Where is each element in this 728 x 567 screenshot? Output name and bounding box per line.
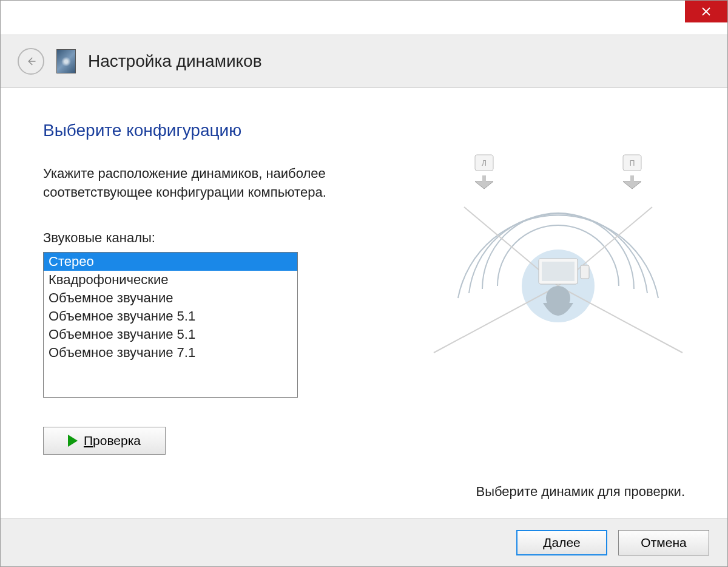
back-button[interactable] (18, 48, 44, 75)
wizard-header: Настройка динамиков (1, 35, 727, 88)
channel-option[interactable]: Объемное звучание (44, 289, 297, 307)
test-button[interactable]: Проверка (43, 427, 166, 455)
channel-option[interactable]: Объемное звучание 5.1 (44, 307, 297, 325)
svg-text:П: П (630, 159, 635, 168)
close-icon (702, 7, 710, 16)
play-icon (68, 435, 78, 447)
svg-text:Л: Л (482, 159, 487, 168)
svg-rect-17 (542, 262, 575, 281)
content-pane: Выберите конфигурацию Укажите расположен… (18, 104, 710, 512)
svg-rect-6 (482, 175, 486, 183)
diagram-right-speaker[interactable]: П (623, 155, 641, 189)
svg-rect-10 (630, 175, 634, 183)
channel-option[interactable]: Объемное звучание 7.1 (44, 344, 297, 362)
wizard-title: Настройка динамиков (88, 52, 262, 71)
back-arrow-icon (25, 56, 36, 67)
svg-line-12 (434, 286, 558, 353)
page-title: Выберите конфигурацию (43, 121, 685, 140)
svg-rect-18 (581, 265, 589, 279)
channel-option[interactable]: Квадрофонические (44, 271, 297, 289)
speaker-device-icon (56, 49, 76, 73)
instruction-text: Укажите расположение динамиков, наиболее… (43, 165, 419, 202)
svg-line-13 (558, 286, 682, 353)
wizard-footer: Далее Отмена (1, 518, 727, 566)
channels-listbox[interactable]: СтереоКвадрофоническиеОбъемное звучаниеО… (43, 252, 298, 398)
close-button[interactable] (685, 1, 727, 22)
next-button[interactable]: Далее (516, 530, 607, 555)
hint-text: Выберите динамик для проверки. (476, 484, 685, 500)
test-button-rest: роверка (93, 433, 141, 447)
channel-option[interactable]: Объемное звучание 5.1 (44, 325, 297, 344)
speaker-setup-dialog: Настройка динамиков Выберите конфигураци… (0, 0, 728, 567)
titlebar (1, 1, 727, 35)
channel-option[interactable]: Стерео (44, 253, 297, 271)
speaker-layout-diagram[interactable]: Л П (428, 152, 689, 383)
diagram-left-speaker[interactable]: Л (475, 155, 493, 189)
cancel-button[interactable]: Отмена (618, 530, 709, 555)
test-button-underline: П (84, 433, 93, 447)
